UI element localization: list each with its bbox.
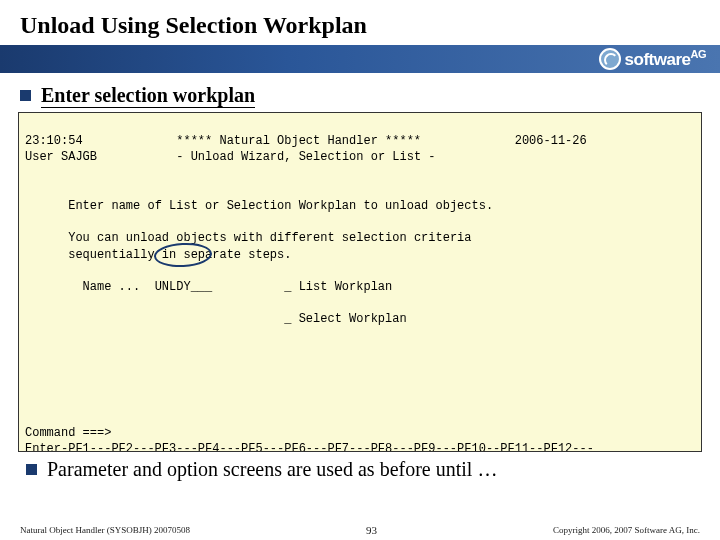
pf-key-line: Enter-PF1---PF2---PF3---PF4---PF5---PF6-… [25,442,594,452]
term-header: ***** Natural Object Handler ***** [176,134,421,148]
name-input[interactable]: UNLDY___ [155,280,213,294]
brand-logo: softwareAG [599,48,706,70]
term-user: SAJGB [61,150,97,164]
footer: Natural Object Handler (SYSOBJH) 2007050… [0,524,720,536]
term-user-label: User [25,150,54,164]
slide-title: Unload Using Selection Workplan [0,0,720,45]
brand-suffix: AG [691,48,707,60]
footer-left: Natural Object Handler (SYSOBJH) 2007050… [20,525,190,535]
page-number: 93 [366,524,377,536]
opt-select-workplan[interactable]: _ Select Workplan [284,312,406,326]
brand-bar: softwareAG [0,45,720,73]
command-input[interactable]: Command ===> [25,426,111,440]
bullet-2: Parameter and option screens are used as… [0,452,720,481]
term-date: 2006-11-26 [515,134,587,148]
square-bullet-icon [26,464,37,475]
term-time: 23:10:54 [25,134,83,148]
footer-right: Copyright 2006, 2007 Software AG, Inc. [553,525,700,535]
terminal-panel: 23:10:54 ***** Natural Object Handler **… [18,112,702,452]
bullet-1-text: Enter selection workplan [41,83,255,108]
term-instr1: Enter name of List or Selection Workplan… [68,199,493,213]
bullet-2-text: Parameter and option screens are used as… [47,458,497,481]
opt-list-workplan[interactable]: _ List Workplan [284,280,392,294]
circle-annotation-icon [153,241,212,268]
brand-name: software [625,50,691,69]
swirl-icon [599,48,621,70]
term-instr2a: You can unload objects with different se… [68,231,471,245]
brand-text: softwareAG [625,48,706,70]
term-subhead: - Unload Wizard, Selection or List - [176,150,435,164]
bullet-1: Enter selection workplan [20,83,700,108]
square-bullet-icon [20,90,31,101]
name-label: Name ... [83,280,141,294]
